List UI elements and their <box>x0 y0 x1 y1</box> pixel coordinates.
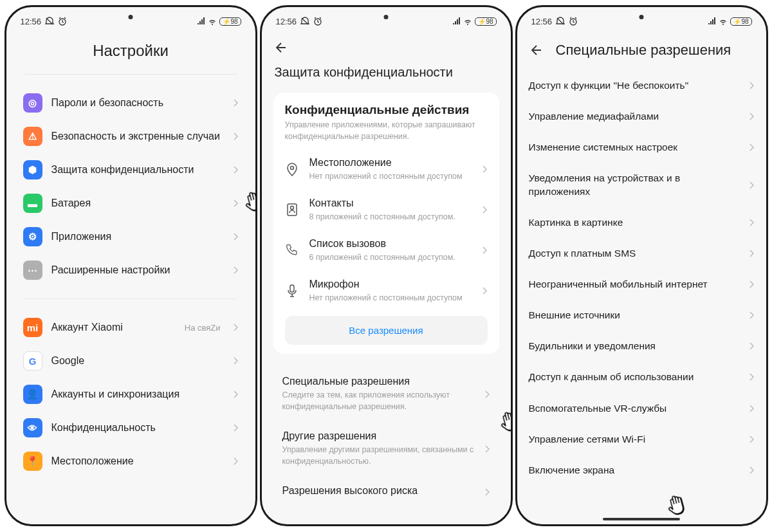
row-label: Список вызовов <box>309 237 472 251</box>
chevron-right-icon <box>482 287 488 295</box>
settings-row[interactable]: 👁 Конфиденциальность <box>15 411 246 445</box>
clock: 12:56 <box>276 17 297 26</box>
apps-icon: ⚙ <box>23 227 42 246</box>
chevron-right-icon <box>749 280 755 288</box>
row-sub: Нет приложений с постоянным доступом <box>309 293 472 303</box>
permission-row[interactable]: Изменение системных настроек <box>517 132 766 163</box>
chevron-right-icon <box>234 166 239 174</box>
phone-settings: 12:56 ⚡98 Настройки ◎ Пароли и безопасно… <box>5 5 257 526</box>
back-icon[interactable] <box>275 42 288 53</box>
permission-row[interactable]: Местоположение Нет приложений с постоянн… <box>276 149 497 189</box>
settings-row[interactable]: G Google <box>15 344 246 378</box>
chevron-right-icon <box>234 457 239 465</box>
row-sub: 6 приложений с постоянным доступом. <box>309 252 472 262</box>
section-title: Другие разрешения <box>282 430 479 442</box>
section-desc: Управление другими разрешениями, связанн… <box>282 445 479 467</box>
wifi-icon <box>208 17 217 26</box>
mic-icon <box>285 284 299 298</box>
page-title: Защита конфиденциальности <box>262 65 511 93</box>
shield-icon: ◎ <box>23 93 42 113</box>
permission-row[interactable]: Внешние источники <box>517 300 766 331</box>
phone-privacy: 12:56 ⚡98 Защита конфиденциальности Конф… <box>260 5 513 526</box>
permission-row[interactable]: Будильники и уведомления <box>517 331 766 362</box>
chevron-right-icon <box>482 246 488 254</box>
card-desc: Управление приложениями, которые запраши… <box>285 120 488 142</box>
chevron-right-icon <box>234 324 239 331</box>
permission-row[interactable]: Уведомления на устройствах и в приложени… <box>517 163 766 206</box>
back-icon[interactable] <box>530 44 543 56</box>
row-label: Уведомления на устройствах и в приложени… <box>529 172 742 197</box>
row-sub: Нет приложений с постоянным доступом <box>309 171 472 181</box>
settings-row[interactable]: ▬ Батарея <box>15 187 246 220</box>
row-label: Расширенные настройки <box>51 264 225 277</box>
alarm-icon <box>58 17 67 26</box>
chevron-right-icon <box>749 466 755 474</box>
chevron-right-icon <box>749 219 755 226</box>
settings-row[interactable]: ◎ Пароли и безопасность <box>15 86 246 120</box>
permission-row[interactable]: Доступ к платным SMS <box>517 238 766 269</box>
row-label: Внешние источники <box>529 309 742 322</box>
chevron-right-icon <box>485 390 490 398</box>
permission-row[interactable]: Управление медиафайлами <box>517 101 766 132</box>
settings-row[interactable]: ⚠ Безопасность и экстренные случаи <box>15 120 246 153</box>
all-permissions-button[interactable]: Все разрешения <box>285 316 488 345</box>
privacy-icon: ⬢ <box>23 160 42 179</box>
settings-row[interactable]: ⚙ Приложения <box>15 220 246 253</box>
permission-row[interactable]: Включение экрана <box>517 455 766 486</box>
row-label: Доступ к платным SMS <box>529 247 742 260</box>
phone-icon <box>285 243 299 257</box>
row-label: Приложения <box>51 230 225 244</box>
permission-row[interactable]: Управление сетями Wi-Fi <box>517 424 766 455</box>
row-label: Батарея <box>51 197 225 210</box>
row-label: Вспомогательные VR-службы <box>529 402 742 415</box>
row-label: Картинка в картинке <box>529 216 742 229</box>
sync-icon: 👤 <box>23 385 42 404</box>
settings-row[interactable]: ⬢ Защита конфиденциальности <box>15 153 246 187</box>
contact-icon <box>285 203 299 217</box>
card-title: Конфиденциальные действия <box>285 103 488 117</box>
mi-icon: mi <box>23 318 42 337</box>
chevron-right-icon <box>234 133 239 140</box>
permission-row[interactable]: Контакты 8 приложений с постоянным досту… <box>276 189 497 230</box>
page-title: Специальные разрешения <box>556 42 731 59</box>
signal-icon <box>708 17 716 26</box>
pin-icon <box>285 162 299 176</box>
row-label: Защита конфиденциальности <box>51 163 225 177</box>
battery-icon: ⚡98 <box>730 17 751 26</box>
permission-row[interactable]: Картинка в картинке <box>517 207 766 238</box>
dnd-icon <box>556 17 565 26</box>
permission-row[interactable]: Неограниченный мобильный интернет <box>517 269 766 300</box>
row-label: Аккаунты и синхронизация <box>51 388 225 401</box>
row-label: Пароли и безопасность <box>51 96 225 110</box>
permission-row[interactable]: Доступ к функции "Не беспокоить" <box>517 70 766 101</box>
row-label: Включение экрана <box>529 464 742 477</box>
wifi-icon <box>463 17 472 26</box>
chevron-right-icon <box>749 181 755 189</box>
permission-row[interactable]: Микрофон Нет приложений с постоянным дос… <box>276 270 497 311</box>
signal-icon <box>197 17 205 26</box>
settings-row[interactable]: 📍 Местоположение <box>15 445 246 478</box>
phone-special-permissions: 12:56 ⚡98 Специальные разрешения Доступ … <box>515 5 768 526</box>
row-label: Контакты <box>309 197 472 210</box>
row-label: Управление сетями Wi-Fi <box>529 433 742 446</box>
home-indicator[interactable] <box>603 518 680 520</box>
chevron-right-icon <box>749 342 755 350</box>
row-label: Доступ к функции "Не беспокоить" <box>529 79 742 92</box>
permission-row[interactable]: Доступ к данным об использовании <box>517 362 766 392</box>
row-label: Будильники и уведомления <box>529 340 742 353</box>
row-sub: 8 приложений с постоянным доступом. <box>309 212 472 222</box>
section-row[interactable]: Другие разрешения Управление другими раз… <box>271 421 502 476</box>
settings-row[interactable]: mi Аккаунт Xiaomi На свяZи <box>15 311 246 344</box>
chevron-right-icon <box>234 233 239 241</box>
row-label: Конфиденциальность <box>51 421 225 435</box>
permission-row[interactable]: Вспомогательные VR-службы <box>517 393 766 424</box>
permission-row[interactable]: Список вызовов 6 приложений с постоянным… <box>276 230 497 270</box>
section-title: Специальные разрешения <box>282 376 479 387</box>
settings-row[interactable]: ⋯ Расширенные настройки <box>15 253 246 287</box>
section-title: Разрешения высокого риска <box>282 485 479 497</box>
chevron-right-icon <box>749 311 755 319</box>
section-row[interactable]: Разрешения высокого риска <box>271 476 502 508</box>
settings-row[interactable]: 👤 Аккаунты и синхронизация <box>15 378 246 411</box>
wifi-icon <box>719 17 728 26</box>
section-row[interactable]: Специальные разрешения Следите за тем, к… <box>271 367 502 421</box>
